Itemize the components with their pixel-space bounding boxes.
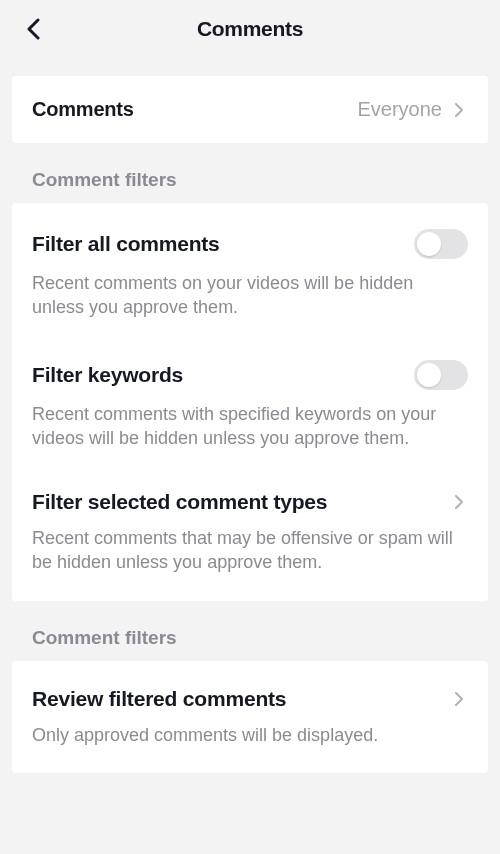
chevron-right-icon [450, 101, 468, 119]
filter-all-comments-toggle[interactable] [414, 229, 468, 259]
chevron-left-icon [26, 18, 42, 40]
chevron-right-icon [450, 690, 468, 708]
page-title: Comments [16, 17, 484, 41]
toggle-knob [417, 232, 441, 256]
header: Comments [0, 0, 500, 58]
comments-setting-row[interactable]: Comments Everyone [32, 76, 468, 143]
filters-card: Filter all comments Recent comments on y… [12, 203, 488, 601]
comments-setting-card: Comments Everyone [12, 76, 488, 143]
review-filtered-comments-title: Review filtered comments [32, 687, 286, 711]
section-header-filters: Comment filters [0, 143, 500, 203]
filter-keywords-toggle[interactable] [414, 360, 468, 390]
filter-keywords-desc: Recent comments with specified keywords … [32, 402, 468, 451]
filter-all-comments-title: Filter all comments [32, 232, 220, 256]
toggle-knob [417, 363, 441, 387]
review-filtered-comments-row[interactable]: Review filtered comments Only approved c… [32, 665, 468, 765]
filter-comment-types-row[interactable]: Filter selected comment types Recent com… [32, 468, 468, 593]
review-filtered-comments-desc: Only approved comments will be displayed… [32, 723, 468, 747]
filter-all-comments-desc: Recent comments on your videos will be h… [32, 271, 468, 320]
review-card: Review filtered comments Only approved c… [12, 661, 488, 773]
back-button[interactable] [22, 17, 46, 41]
filter-all-comments-row: Filter all comments Recent comments on y… [32, 207, 468, 338]
chevron-right-icon [450, 493, 468, 511]
filter-keywords-title: Filter keywords [32, 363, 183, 387]
comments-setting-label: Comments [32, 98, 358, 121]
filter-keywords-row: Filter keywords Recent comments with spe… [32, 338, 468, 469]
filter-comment-types-title: Filter selected comment types [32, 490, 327, 514]
comments-setting-value: Everyone [358, 98, 443, 121]
filter-comment-types-desc: Recent comments that may be offensive or… [32, 526, 468, 575]
section-header-review: Comment filters [0, 601, 500, 661]
